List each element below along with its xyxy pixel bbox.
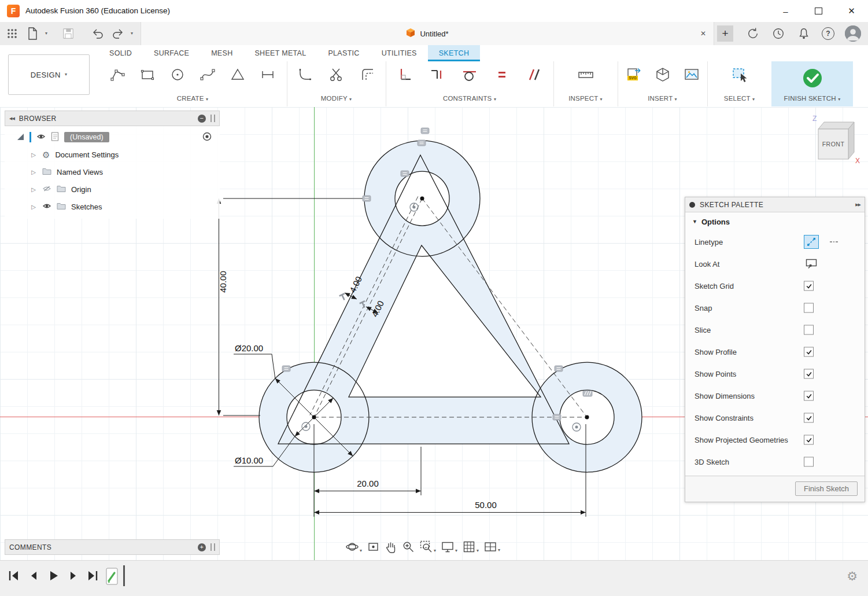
group-modify-label[interactable]: MODIFY ▾ (287, 95, 386, 102)
maximize-button[interactable] (802, 0, 835, 22)
tab-solid[interactable]: SOLID (98, 45, 143, 61)
zoom-icon[interactable] (402, 540, 415, 553)
new-tab-button[interactable]: + (717, 25, 733, 42)
sketch-grid-checkbox[interactable] (804, 281, 814, 291)
expand-arrow-icon[interactable]: ▷ (30, 152, 37, 158)
comments-add-icon[interactable]: + (198, 543, 206, 551)
browser-minimize-icon[interactable]: − (198, 115, 206, 123)
expand-palette-icon[interactable]: ▶▶ (855, 203, 860, 207)
fit-view-icon[interactable]: ▾ (420, 540, 436, 553)
polygon-tool-icon[interactable] (229, 67, 246, 87)
spline-tool-icon[interactable] (199, 67, 216, 87)
save-icon[interactable] (61, 26, 76, 41)
model-canvas[interactable]: 40.00 Ø20.00 Ø10.00 4.00 4.00 20.00 (0, 107, 868, 560)
timeline-step-forward-icon[interactable] (66, 569, 80, 583)
visibility-eye-icon[interactable] (36, 133, 46, 142)
tab-plastic[interactable]: PLASTIC (317, 45, 370, 61)
group-create-label[interactable]: CREATE ▾ (98, 95, 287, 102)
dim-dia20[interactable]: Ø20.00 (235, 343, 263, 353)
tab-surface[interactable]: SURFACE (143, 45, 200, 61)
close-window-button[interactable]: ✕ (835, 0, 868, 22)
browser-root-row[interactable]: (Unsaved) (5, 128, 220, 146)
expand-arrow-icon[interactable]: ▷ (30, 204, 37, 210)
perpendicular-constraint-icon[interactable] (396, 67, 413, 87)
dim-50[interactable]: 50.00 (475, 500, 497, 510)
visibility-off-eye-icon[interactable] (42, 185, 51, 194)
view-cube[interactable]: Z FRONT X (809, 112, 862, 165)
timeline-skip-start-icon[interactable] (7, 569, 21, 583)
timeline-settings-gear-icon[interactable]: ⚙ (847, 570, 858, 582)
timeline-step-back-icon[interactable] (27, 569, 40, 583)
equal-constraint-icon[interactable] (493, 67, 511, 87)
app-grid-icon[interactable] (5, 26, 20, 41)
timeline-position-marker[interactable] (123, 565, 125, 586)
group-inspect-label[interactable]: INSPECT ▾ (553, 95, 618, 102)
collapse-browser-icon[interactable]: ◀◀ (9, 116, 14, 121)
tangent-constraint-icon[interactable] (461, 67, 478, 87)
finish-sketch-palette-button[interactable]: Finish Sketch (795, 481, 858, 496)
tab-close-icon[interactable]: ✕ (697, 28, 709, 39)
redo-icon[interactable] (110, 26, 125, 41)
workspace-selector[interactable]: DESIGN ▾ (8, 54, 90, 95)
expand-arrow-icon[interactable]: ▷ (30, 169, 37, 175)
orbit-icon[interactable]: ▾ (346, 540, 362, 553)
pan-icon[interactable] (385, 540, 397, 553)
activate-radio-icon[interactable] (202, 132, 212, 143)
3d-sketch-checkbox[interactable] (804, 457, 814, 467)
viewcube-top-face[interactable] (818, 122, 854, 129)
sketch-palette-header[interactable]: SKETCH PALETTE ▶▶ (685, 197, 865, 212)
linetype-centerline-button[interactable] (826, 235, 841, 249)
sketch-profile[interactable] (259, 141, 642, 472)
tab-utilities[interactable]: UTILITIES (371, 45, 428, 61)
dim-40[interactable]: 40.00 (218, 271, 228, 293)
finish-sketch-button[interactable]: FINISH SKETCH ▾ (771, 61, 853, 106)
minimize-button[interactable]: – (769, 0, 802, 22)
parallel-constraint-icon[interactable] (526, 67, 543, 87)
tab-mesh[interactable]: MESH (200, 45, 243, 61)
undo-icon[interactable] (90, 26, 105, 41)
insert-svg-icon[interactable]: SVG (625, 67, 642, 87)
group-insert-label[interactable]: INSERT ▾ (618, 95, 707, 102)
line-tool-icon[interactable] (109, 67, 126, 87)
browser-grip-handle[interactable] (210, 115, 215, 122)
horizontal-vertical-constraint-icon[interactable] (429, 67, 446, 87)
show-profile-checkbox[interactable] (804, 347, 814, 357)
show-dimensions-checkbox[interactable] (804, 391, 814, 401)
document-tab[interactable]: Untitled* ✕ (141, 22, 714, 45)
user-avatar[interactable] (845, 25, 861, 42)
expand-arrow-icon[interactable]: ▷ (30, 186, 37, 193)
browser-item-named-views[interactable]: ▷ Named Views (5, 163, 220, 181)
trim-tool-icon[interactable] (328, 67, 345, 87)
file-menu-icon[interactable] (25, 26, 40, 41)
group-constraints-label[interactable]: CONSTRAINTS ▾ (386, 95, 553, 102)
comments-header[interactable]: COMMENTS + (5, 539, 220, 555)
fillet-tool-icon[interactable] (297, 67, 314, 87)
comments-grip-handle[interactable] (210, 543, 215, 551)
viewports-icon[interactable]: ▾ (484, 541, 500, 553)
dim-dia10[interactable]: Ø10.00 (235, 455, 263, 465)
help-icon[interactable]: ? (822, 27, 834, 40)
measure-tool-icon[interactable] (577, 67, 594, 87)
notifications-bell-icon[interactable] (796, 26, 811, 41)
timeline-sketch-feature-icon[interactable] (105, 565, 120, 590)
job-status-clock-icon[interactable] (771, 26, 786, 41)
file-menu-caret-icon[interactable]: ▾ (45, 31, 47, 36)
viewcube-right-face[interactable] (848, 122, 854, 159)
extensions-sync-icon[interactable] (745, 26, 760, 41)
tab-sketch[interactable]: SKETCH (428, 45, 481, 61)
circle-tool-icon[interactable] (169, 67, 186, 87)
browser-item-sketches[interactable]: ▷ Sketches (5, 198, 220, 215)
root-document-name[interactable]: (Unsaved) (64, 132, 109, 142)
insert-canvas-icon[interactable] (683, 67, 700, 87)
visibility-eye-icon[interactable] (42, 203, 51, 211)
tab-sheet-metal[interactable]: SHEET METAL (243, 45, 317, 61)
show-constraints-checkbox[interactable] (804, 413, 814, 423)
snap-checkbox[interactable] (804, 303, 814, 313)
browser-item-document-settings[interactable]: ▷ ⚙ Document Settings (5, 146, 220, 163)
insert-mesh-icon[interactable] (654, 67, 671, 87)
offset-tool-icon[interactable] (359, 67, 376, 87)
display-settings-icon[interactable]: ▾ (441, 540, 457, 553)
select-tool-icon[interactable] (731, 67, 748, 87)
timeline-skip-end-icon[interactable] (86, 569, 99, 583)
rectangle-tool-icon[interactable] (139, 67, 156, 87)
